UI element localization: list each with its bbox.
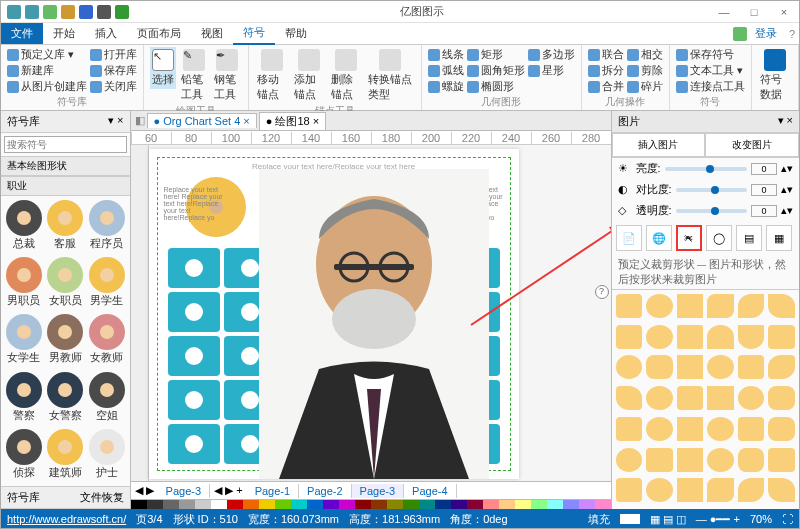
color-swatch[interactable]: [323, 500, 339, 509]
insert-picture-tab[interactable]: 插入图片: [612, 133, 706, 157]
preset-shape[interactable]: [677, 294, 704, 318]
add-anchor-tool[interactable]: 添加锚点: [292, 47, 326, 104]
open-icon[interactable]: [61, 5, 75, 19]
color-swatch[interactable]: [339, 500, 355, 509]
page[interactable]: Replace your text here/Replace your text…: [149, 149, 519, 479]
redo-icon[interactable]: [25, 5, 39, 19]
color-swatch[interactable]: [291, 500, 307, 509]
symbol-item[interactable]: 男学生: [88, 257, 126, 310]
preset-shape[interactable]: [768, 325, 795, 349]
save-symbol-button[interactable]: 保存符号: [676, 47, 745, 62]
crop-tool-icon[interactable]: ✂↖: [676, 225, 702, 251]
preset-shape[interactable]: [738, 355, 765, 379]
color-swatch[interactable]: [595, 500, 611, 509]
convert-anchor-tool[interactable]: 转换锚点类型: [366, 47, 415, 104]
from-file-icon[interactable]: 📄: [616, 225, 642, 251]
fill-swatch[interactable]: [620, 514, 640, 524]
symbol-item[interactable]: 建筑师: [47, 429, 85, 482]
pen-tool[interactable]: ✒钢笔工具: [212, 47, 242, 104]
tab-symbols[interactable]: 符号: [233, 22, 275, 45]
maximize-button[interactable]: □: [739, 6, 769, 18]
preset-shape[interactable]: [768, 448, 795, 472]
fragment-button[interactable]: 碎片: [627, 79, 663, 94]
preset-shape[interactable]: [677, 325, 704, 349]
preset-shape[interactable]: [707, 448, 734, 472]
undo-icon[interactable]: [7, 5, 21, 19]
pencil-tool[interactable]: ✎铅笔工具: [179, 47, 209, 104]
roundrect-tool[interactable]: 圆角矩形: [467, 63, 525, 78]
preset-shape[interactable]: [768, 478, 795, 502]
page-tab[interactable]: Page-3: [158, 484, 210, 498]
union-button[interactable]: 联合: [588, 47, 624, 62]
save-lib-button[interactable]: 保存库: [90, 63, 137, 78]
symbol-item[interactable]: 女职员: [47, 257, 85, 310]
fit-icon[interactable]: ⛶: [782, 513, 793, 525]
section-profession[interactable]: 职业: [1, 176, 130, 196]
album1-icon[interactable]: ◯: [706, 225, 732, 251]
color-swatch[interactable]: [307, 500, 323, 509]
doc-tab-2[interactable]: ● 绘图18 ×: [259, 112, 326, 130]
preset-shape[interactable]: [646, 355, 673, 379]
minimize-button[interactable]: —: [709, 6, 739, 18]
color-swatch[interactable]: [355, 500, 371, 509]
polygon-tool[interactable]: 多边形: [528, 47, 575, 62]
color-swatch[interactable]: [563, 500, 579, 509]
preset-shape[interactable]: [646, 294, 673, 318]
symbol-item[interactable]: 总裁: [5, 200, 43, 253]
color-swatch[interactable]: [147, 500, 163, 509]
login-button[interactable]: 登录: [747, 23, 785, 44]
text-tool-button[interactable]: 文本工具 ▾: [676, 63, 745, 78]
preset-shape[interactable]: [677, 355, 704, 379]
preset-shape[interactable]: [616, 355, 643, 379]
org-node[interactable]: [168, 380, 220, 420]
tab-layout[interactable]: 页面布局: [127, 23, 191, 44]
color-swatch[interactable]: [259, 500, 275, 509]
preset-shape[interactable]: [707, 355, 734, 379]
preset-shape[interactable]: [677, 448, 704, 472]
close-button[interactable]: ×: [769, 6, 799, 18]
color-swatch[interactable]: [195, 500, 211, 509]
symbol-item[interactable]: 侦探: [5, 429, 43, 482]
preset-shape[interactable]: [616, 448, 643, 472]
color-swatch[interactable]: [227, 500, 243, 509]
contrast-slider[interactable]: ◐对比度:0▴▾: [612, 179, 799, 200]
preset-shape[interactable]: [738, 294, 765, 318]
help-badge-icon[interactable]: ?: [595, 285, 609, 299]
preset-shape[interactable]: [677, 417, 704, 441]
color-swatch[interactable]: [179, 500, 195, 509]
preset-shape[interactable]: [738, 448, 765, 472]
panel-menu-icon[interactable]: ▾ ×: [108, 114, 123, 129]
from-web-icon[interactable]: 🌐: [646, 225, 672, 251]
delete-anchor-tool[interactable]: 删除锚点: [329, 47, 363, 104]
color-swatch[interactable]: [547, 500, 563, 509]
ellipse-tool[interactable]: 椭圆形: [467, 79, 525, 94]
color-swatch[interactable]: [467, 500, 483, 509]
preset-shape[interactable]: [646, 386, 673, 410]
color-swatch[interactable]: [275, 500, 291, 509]
spiral-tool[interactable]: 螺旋: [428, 79, 464, 94]
print-icon[interactable]: [97, 5, 111, 19]
predefined-lib-button[interactable]: 预定义库 ▾: [7, 47, 87, 62]
preset-shape[interactable]: [707, 417, 734, 441]
star-tool[interactable]: 星形: [528, 63, 575, 78]
album3-icon[interactable]: ▦: [766, 225, 792, 251]
tab-help[interactable]: 帮助: [275, 23, 317, 44]
preset-shape[interactable]: [616, 417, 643, 441]
canvas[interactable]: Replace your text here/Replace your text…: [131, 145, 611, 481]
color-swatch[interactable]: [211, 500, 227, 509]
symbol-item[interactable]: 警察: [5, 372, 43, 425]
page-tab[interactable]: Page-2: [299, 484, 351, 498]
symbol-item[interactable]: 空姐: [88, 372, 126, 425]
help-icon[interactable]: ?: [785, 28, 799, 40]
transparency-slider[interactable]: ◇透明度:0▴▾: [612, 200, 799, 221]
from-image-lib-button[interactable]: 从图片创建库: [7, 79, 87, 94]
split-button[interactable]: 拆分: [588, 63, 624, 78]
preset-shape[interactable]: [768, 294, 795, 318]
sync-icon[interactable]: [733, 27, 747, 41]
footer-recover[interactable]: 文件恢复: [80, 490, 124, 505]
preset-shape[interactable]: [768, 386, 795, 410]
symbol-item[interactable]: 男职员: [5, 257, 43, 310]
preset-shape[interactable]: [616, 478, 643, 502]
preset-shape[interactable]: [646, 325, 673, 349]
new-lib-button[interactable]: 新建库: [7, 63, 87, 78]
